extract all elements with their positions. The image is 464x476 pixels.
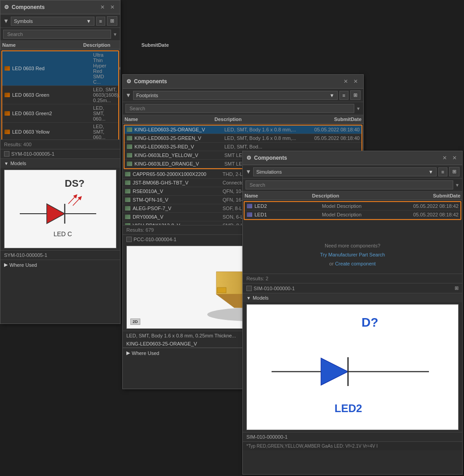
symbols-toolbar: ▼ Symbols ▼ ≡ ⊞ [0, 14, 120, 28]
sim-expand-btn[interactable]: ⊞ [455, 285, 459, 291]
fp-where-used-arrow: ▶ [126, 350, 130, 356]
sim-list-view-btn[interactable]: ≡ [438, 167, 447, 176]
row-name: LED 0603 Green2 [12, 111, 93, 116]
row-name: KING-0603LED_YELLOW_V [134, 153, 224, 158]
row-desc: LED, SMT, Body 1.6 x 0.8 mm,... [224, 135, 301, 141]
symbols-models-header[interactable]: ▼ Models [0, 158, 120, 168]
fp-filter-icon: ▼ [125, 92, 131, 99]
sim-grid-view-btn[interactable]: ⊞ [449, 167, 460, 176]
manufacturer-search-link[interactable]: Try Manufacturer Part Search [320, 252, 385, 257]
fp-id-value: PCC-010-000004-1 [134, 237, 176, 242]
sim-id-value: SIM-010-000000-1 [254, 286, 295, 291]
row-name: KING-LED0603-25-RED_V [134, 144, 224, 149]
row-icon [4, 65, 10, 72]
panel-simulations[interactable]: ⚙ Components ✕ ✕ ▼ Simulations ▼ ≡ ⊞ ▼ N… [242, 151, 463, 475]
create-component-link[interactable]: Create component [335, 261, 376, 266]
row-desc: LED, SMT, 0603(1608), 0.25m... [93, 87, 120, 103]
symbols-search-bar: ▼ [0, 28, 120, 41]
panel-symbols-header[interactable]: ⚙ Components ✕ ✕ [0, 0, 120, 14]
sim-models-section: ▼ Models D? LED2 SIM-010-000000-1 *Typ [243, 293, 462, 450]
need-more-section: Need more components? Try Manufacturer P… [243, 236, 462, 274]
list-view-btn[interactable]: ≡ [96, 17, 105, 26]
fp-list-view-btn[interactable]: ≡ [339, 91, 348, 100]
fp-col-name: Name [125, 117, 214, 122]
table-row[interactable]: KING-LED0603-25-GREEN_V LED, SMT, Body 1… [125, 134, 361, 143]
fp-col-date: SubmitDate [303, 117, 361, 122]
symbols-id-checkbox[interactable] [4, 151, 9, 157]
row-name: JST-BM06B-GHS-TBT_V [133, 180, 223, 185]
table-row[interactable]: KING-LED0603-25-ORANGE_V LED, SMT, Body … [125, 126, 361, 134]
sim-search-bar: ▼ [243, 179, 462, 192]
led-circuit-svg: DS? LED C [11, 173, 110, 245]
2d-badge[interactable]: 2D [130, 319, 140, 325]
sim-table-rows: LED2 Model Description 05.05.2022 08:18:… [243, 200, 462, 236]
sim-col-name: Name [245, 193, 312, 198]
fp-pin-button[interactable]: ✕ [342, 77, 350, 85]
sim-models-arrow: ▼ [246, 296, 251, 301]
sim-close-button[interactable]: ✕ [451, 154, 459, 162]
row-icon [125, 197, 131, 203]
table-row[interactable]: KING-LED0603-25-RED_V LED, SMT, Bod... [125, 143, 361, 151]
panel-symbols[interactable]: ⚙ Components ✕ ✕ ▼ Symbols ▼ ≡ ⊞ ▼ Name … [0, 0, 120, 324]
svg-line-6 [73, 198, 80, 206]
row-icon [125, 205, 131, 211]
sim-models-canvas: D? LED2 [246, 304, 459, 430]
symbols-models-section: ▼ Models DS? [0, 158, 120, 269]
fp-id-checkbox[interactable] [126, 237, 132, 242]
fp-search-bar: ▼ [123, 102, 363, 115]
sim-icon-header: ⚙ [246, 155, 251, 161]
panel-sim-title: ⚙ Components [246, 155, 287, 161]
row-date: 05.05.2022 08:18:35 [106, 66, 120, 71]
symbols-where-used[interactable]: ▶ Where Used [0, 260, 120, 269]
fp-close-button[interactable]: ✕ [352, 77, 360, 85]
fp-grid-view-btn[interactable]: ⊞ [350, 90, 361, 100]
row-name: RSE0010A_V [133, 189, 223, 194]
or-text: or [329, 261, 334, 266]
models-label: Models [10, 161, 26, 166]
row-desc: LED, SMT, Body 1.6 x 0.8 mm,... [224, 127, 301, 132]
fp-search-input[interactable] [125, 104, 354, 113]
symbols-search-input[interactable] [3, 30, 111, 39]
table-row[interactable]: LED 0603 Yellow LED, SMT, 060... [2, 123, 118, 139]
row-name: DRY0006A_V [133, 214, 223, 220]
fp-where-used-label: Where Used [132, 350, 159, 356]
search-arrow: ▼ [113, 32, 117, 37]
panel-sim-header[interactable]: ⚙ Components ✕ ✕ [243, 151, 462, 165]
svg-text:D?: D? [361, 315, 378, 329]
sim-models-header[interactable]: ▼ Models [243, 293, 462, 302]
filter-icon: ▼ [3, 18, 9, 24]
pin-button[interactable]: ✕ [98, 3, 107, 11]
symbols-sym-id: SYM-010-000005-1 [4, 252, 47, 258]
panel-footprints-header[interactable]: ⚙ Components ✕ ✕ [123, 75, 363, 89]
row-date: 05.05.2022 08:18:40 [301, 135, 360, 141]
table-row[interactable]: LED 0603 Green LED, SMT, 0603(1608), 0.2… [2, 86, 118, 104]
grid-view-btn[interactable]: ⊞ [107, 16, 117, 26]
svg-marker-2 [47, 204, 65, 224]
row-name: LED2 [254, 203, 322, 209]
fp-dropdown[interactable]: Footprints ▼ [133, 91, 338, 100]
sim-toolbar: ▼ Simulations ▼ ≡ ⊞ [243, 165, 462, 179]
row-icon [126, 152, 133, 158]
table-row[interactable]: LED 0603 Red Ultra Thin Hyper Red SMD C.… [2, 51, 118, 86]
sim-models-label: Models [253, 295, 268, 301]
table-row[interactable]: LED1 Model Description 05.05.2022 08:18:… [245, 211, 460, 219]
sim-search-arrow: ▼ [455, 183, 460, 188]
row-icon [125, 180, 131, 186]
symbols-dropdown[interactable]: Symbols ▼ [11, 17, 94, 26]
svg-marker-18 [321, 358, 348, 385]
row-desc: Ultra Thin Hyper Red SMD C... [93, 52, 106, 85]
fp-search-arrow: ▼ [356, 106, 361, 111]
sim-search-input[interactable] [245, 180, 453, 189]
table-row[interactable]: LED 0603 Green2 LED, SMT, 060... [2, 104, 118, 123]
table-row[interactable]: LED2 Model Description 05.05.2022 08:18:… [245, 202, 460, 211]
row-name: VISH-PPAK1212-8_V [133, 223, 223, 225]
fp-table-header: Name Description SubmitDate [123, 115, 363, 124]
row-desc: LED, SMT, 060... [93, 105, 106, 121]
symbols-id-value: SYM-010-000005-1 [11, 151, 54, 157]
sim-dropdown[interactable]: Simulations ▼ [253, 167, 437, 176]
sim-id-checkbox[interactable] [246, 286, 252, 291]
close-button[interactable]: ✕ [108, 3, 116, 11]
sim-pin-button[interactable]: ✕ [441, 154, 449, 162]
row-date: 05.05.2022 08:18:42 [400, 203, 459, 209]
panel-footprints-title: ⚙ Components [126, 78, 167, 85]
